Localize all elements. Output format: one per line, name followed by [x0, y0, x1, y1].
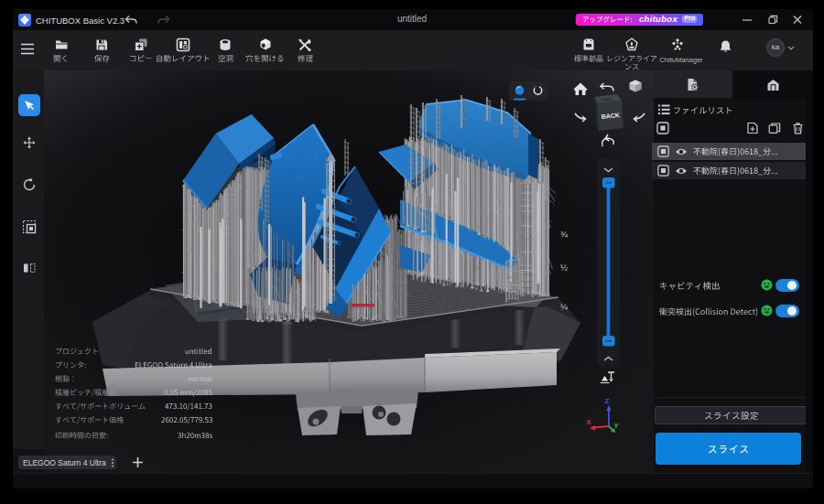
- svg-text:Z: Z: [605, 397, 610, 405]
- svg-text:X: X: [586, 418, 591, 426]
- svg-text:Y: Y: [613, 422, 619, 430]
